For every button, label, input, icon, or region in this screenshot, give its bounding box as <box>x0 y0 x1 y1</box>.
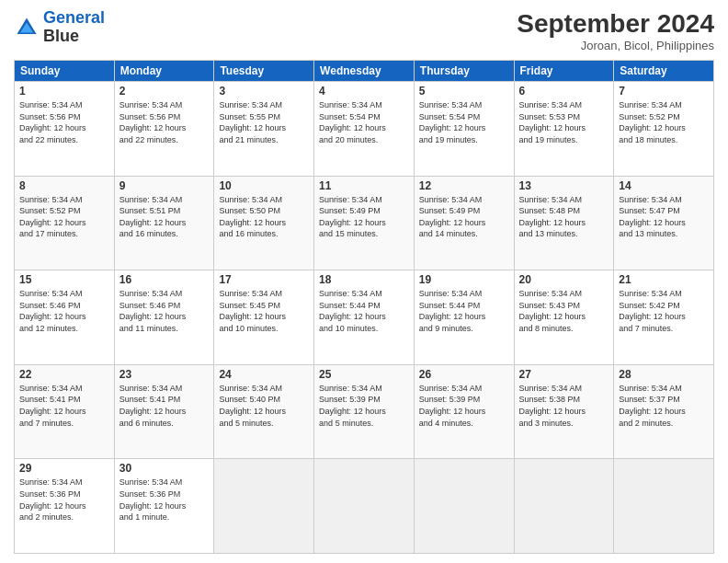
day-info: Sunrise: 5:34 AMSunset: 5:44 PMDaylight:… <box>319 288 409 334</box>
table-cell: 7Sunrise: 5:34 AMSunset: 5:52 PMDaylight… <box>614 82 714 177</box>
day-info: Sunrise: 5:34 AMSunset: 5:42 PMDaylight:… <box>619 288 709 334</box>
col-wednesday: Wednesday <box>314 61 415 82</box>
day-number: 4 <box>319 85 409 98</box>
table-cell: 16Sunrise: 5:34 AMSunset: 5:46 PMDayligh… <box>114 270 214 365</box>
day-number: 8 <box>19 179 109 192</box>
table-cell <box>214 459 314 554</box>
day-number: 11 <box>319 179 409 192</box>
day-number: 3 <box>219 85 309 98</box>
table-cell: 30Sunrise: 5:34 AMSunset: 5:36 PMDayligh… <box>114 459 214 554</box>
table-cell: 17Sunrise: 5:34 AMSunset: 5:45 PMDayligh… <box>214 270 314 365</box>
day-number: 7 <box>619 85 709 98</box>
day-number: 21 <box>619 273 709 286</box>
table-cell: 18Sunrise: 5:34 AMSunset: 5:44 PMDayligh… <box>314 270 415 365</box>
day-info: Sunrise: 5:34 AMSunset: 5:39 PMDaylight:… <box>319 383 409 429</box>
table-cell <box>514 459 614 554</box>
day-info: Sunrise: 5:34 AMSunset: 5:54 PMDaylight:… <box>419 99 509 145</box>
day-number: 28 <box>619 368 709 381</box>
day-info: Sunrise: 5:34 AMSunset: 5:44 PMDaylight:… <box>419 288 509 334</box>
calendar-row: 15Sunrise: 5:34 AMSunset: 5:46 PMDayligh… <box>15 270 714 365</box>
day-number: 9 <box>119 179 210 192</box>
col-saturday: Saturday <box>614 61 714 82</box>
day-number: 15 <box>19 273 109 286</box>
calendar-row: 29Sunrise: 5:34 AMSunset: 5:36 PMDayligh… <box>15 459 714 554</box>
day-info: Sunrise: 5:34 AMSunset: 5:47 PMDaylight:… <box>619 194 709 240</box>
table-cell <box>414 459 514 554</box>
table-cell <box>614 459 714 554</box>
day-info: Sunrise: 5:34 AMSunset: 5:46 PMDaylight:… <box>19 288 109 334</box>
table-cell: 14Sunrise: 5:34 AMSunset: 5:47 PMDayligh… <box>614 176 714 270</box>
day-info: Sunrise: 5:34 AMSunset: 5:38 PMDaylight:… <box>519 383 609 429</box>
table-cell: 25Sunrise: 5:34 AMSunset: 5:39 PMDayligh… <box>314 364 415 459</box>
day-number: 6 <box>519 85 609 98</box>
table-cell: 5Sunrise: 5:34 AMSunset: 5:54 PMDaylight… <box>414 82 514 177</box>
day-info: Sunrise: 5:34 AMSunset: 5:49 PMDaylight:… <box>419 194 509 240</box>
calendar-row: 22Sunrise: 5:34 AMSunset: 5:41 PMDayligh… <box>15 364 714 459</box>
day-number: 13 <box>519 179 609 192</box>
col-tuesday: Tuesday <box>214 61 314 82</box>
day-number: 18 <box>319 273 409 286</box>
calendar-row: 1Sunrise: 5:34 AMSunset: 5:56 PMDaylight… <box>15 82 714 177</box>
day-info: Sunrise: 5:34 AMSunset: 5:40 PMDaylight:… <box>219 383 309 429</box>
table-cell: 20Sunrise: 5:34 AMSunset: 5:43 PMDayligh… <box>514 270 614 365</box>
day-info: Sunrise: 5:34 AMSunset: 5:41 PMDaylight:… <box>119 383 210 429</box>
day-number: 30 <box>119 462 210 475</box>
day-info: Sunrise: 5:34 AMSunset: 5:46 PMDaylight:… <box>119 288 210 334</box>
table-cell: 2Sunrise: 5:34 AMSunset: 5:56 PMDaylight… <box>114 82 214 177</box>
day-info: Sunrise: 5:34 AMSunset: 5:37 PMDaylight:… <box>619 383 709 429</box>
table-cell: 26Sunrise: 5:34 AMSunset: 5:39 PMDayligh… <box>414 364 514 459</box>
day-number: 5 <box>419 85 509 98</box>
col-thursday: Thursday <box>414 61 514 82</box>
day-info: Sunrise: 5:34 AMSunset: 5:49 PMDaylight:… <box>319 194 409 240</box>
table-cell: 9Sunrise: 5:34 AMSunset: 5:51 PMDaylight… <box>114 176 214 270</box>
table-cell: 27Sunrise: 5:34 AMSunset: 5:38 PMDayligh… <box>514 364 614 459</box>
day-number: 29 <box>19 462 109 475</box>
day-number: 19 <box>419 273 509 286</box>
day-info: Sunrise: 5:34 AMSunset: 5:56 PMDaylight:… <box>19 99 109 145</box>
col-sunday: Sunday <box>15 61 115 82</box>
table-cell: 13Sunrise: 5:34 AMSunset: 5:48 PMDayligh… <box>514 176 614 270</box>
table-cell: 1Sunrise: 5:34 AMSunset: 5:56 PMDaylight… <box>15 82 115 177</box>
day-info: Sunrise: 5:34 AMSunset: 5:41 PMDaylight:… <box>19 383 109 429</box>
day-number: 27 <box>519 368 609 381</box>
table-cell: 24Sunrise: 5:34 AMSunset: 5:40 PMDayligh… <box>214 364 314 459</box>
day-info: Sunrise: 5:34 AMSunset: 5:55 PMDaylight:… <box>219 99 309 145</box>
logo-icon <box>14 15 40 40</box>
day-number: 14 <box>619 179 709 192</box>
day-number: 25 <box>319 368 409 381</box>
title-section: September 2024 Joroan, Bicol, Philippine… <box>517 9 714 52</box>
table-cell: 11Sunrise: 5:34 AMSunset: 5:49 PMDayligh… <box>314 176 415 270</box>
logo-text: General Blue <box>43 9 105 46</box>
table-cell: 23Sunrise: 5:34 AMSunset: 5:41 PMDayligh… <box>114 364 214 459</box>
day-number: 22 <box>19 368 109 381</box>
day-info: Sunrise: 5:34 AMSunset: 5:52 PMDaylight:… <box>19 194 109 240</box>
day-info: Sunrise: 5:34 AMSunset: 5:51 PMDaylight:… <box>119 194 210 240</box>
day-number: 20 <box>519 273 609 286</box>
table-cell: 8Sunrise: 5:34 AMSunset: 5:52 PMDaylight… <box>15 176 115 270</box>
calendar-table: Sunday Monday Tuesday Wednesday Thursday… <box>14 60 714 554</box>
day-info: Sunrise: 5:34 AMSunset: 5:43 PMDaylight:… <box>519 288 609 334</box>
day-info: Sunrise: 5:34 AMSunset: 5:53 PMDaylight:… <box>519 99 609 145</box>
page: General Blue September 2024 Joroan, Bico… <box>0 0 728 563</box>
table-cell: 6Sunrise: 5:34 AMSunset: 5:53 PMDaylight… <box>514 82 614 177</box>
header-row: Sunday Monday Tuesday Wednesday Thursday… <box>15 61 714 82</box>
day-number: 12 <box>419 179 509 192</box>
table-cell: 10Sunrise: 5:34 AMSunset: 5:50 PMDayligh… <box>214 176 314 270</box>
day-number: 26 <box>419 368 509 381</box>
day-info: Sunrise: 5:34 AMSunset: 5:48 PMDaylight:… <box>519 194 609 240</box>
col-monday: Monday <box>114 61 214 82</box>
day-number: 10 <box>219 179 309 192</box>
table-cell: 12Sunrise: 5:34 AMSunset: 5:49 PMDayligh… <box>414 176 514 270</box>
table-cell: 22Sunrise: 5:34 AMSunset: 5:41 PMDayligh… <box>15 364 115 459</box>
calendar-body: 1Sunrise: 5:34 AMSunset: 5:56 PMDaylight… <box>15 82 714 554</box>
table-cell: 4Sunrise: 5:34 AMSunset: 5:54 PMDaylight… <box>314 82 415 177</box>
day-number: 17 <box>219 273 309 286</box>
day-info: Sunrise: 5:34 AMSunset: 5:36 PMDaylight:… <box>119 477 210 523</box>
day-info: Sunrise: 5:34 AMSunset: 5:54 PMDaylight:… <box>319 99 409 145</box>
day-info: Sunrise: 5:34 AMSunset: 5:39 PMDaylight:… <box>419 383 509 429</box>
day-number: 16 <box>119 273 210 286</box>
table-cell: 21Sunrise: 5:34 AMSunset: 5:42 PMDayligh… <box>614 270 714 365</box>
logo: General Blue <box>14 9 105 46</box>
day-info: Sunrise: 5:34 AMSunset: 5:56 PMDaylight:… <box>119 99 210 145</box>
day-info: Sunrise: 5:34 AMSunset: 5:45 PMDaylight:… <box>219 288 309 334</box>
